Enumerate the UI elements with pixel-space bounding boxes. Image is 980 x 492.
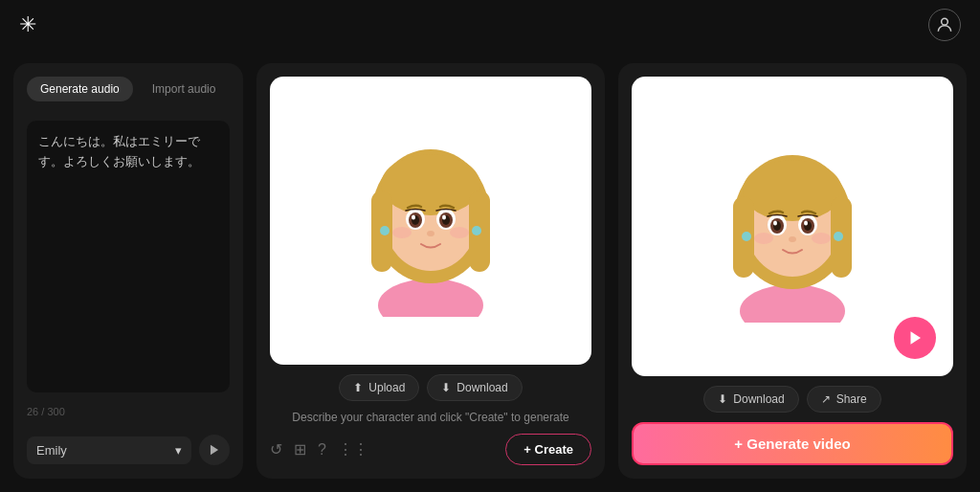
- tool-icons: ↺ ⊞ ? ⋮⋮: [270, 440, 368, 458]
- svg-point-41: [834, 232, 843, 241]
- svg-point-39: [812, 233, 831, 244]
- download-video-icon: ⬇: [718, 392, 727, 406]
- svg-point-36: [804, 220, 808, 225]
- upload-icon: ⬆: [353, 381, 363, 394]
- svg-marker-42: [911, 331, 922, 345]
- tab-generate-audio[interactable]: Generate audio: [27, 77, 133, 101]
- video-action-buttons: ⬇ Download ↗ Share: [703, 386, 880, 413]
- video-avatar: [697, 131, 888, 323]
- svg-point-6: [381, 154, 480, 215]
- share-icon: ↗: [821, 392, 831, 406]
- svg-point-23: [740, 284, 845, 323]
- voice-selector-row: Emily ▾: [27, 435, 230, 465]
- character-avatar: [335, 125, 526, 317]
- share-video-button[interactable]: ↗ Share: [807, 386, 881, 413]
- download-character-button[interactable]: ⬇ Download: [427, 374, 522, 401]
- svg-point-20: [380, 226, 390, 235]
- settings-icon[interactable]: ⋮⋮: [338, 440, 368, 458]
- voice-dropdown[interactable]: Emily ▾: [27, 436, 191, 464]
- svg-point-40: [742, 232, 751, 241]
- tab-import-audio[interactable]: Import audio: [139, 77, 230, 101]
- character-action-buttons: ⬆ Upload ⬇ Download: [339, 374, 522, 401]
- play-audio-button[interactable]: [199, 435, 230, 465]
- download-video-button[interactable]: ⬇ Download: [703, 386, 798, 413]
- create-character-button[interactable]: + Create: [505, 434, 591, 465]
- help-icon[interactable]: ?: [318, 441, 326, 458]
- svg-point-37: [789, 236, 796, 242]
- generate-video-button[interactable]: + Generate video: [632, 422, 953, 465]
- audio-tabs: Generate audio Import audio: [27, 77, 230, 101]
- svg-point-38: [754, 233, 773, 244]
- character-avatar-container: [270, 77, 591, 365]
- character-panel: ⬆ Upload ⬇ Download Describe your charac…: [256, 63, 605, 479]
- svg-point-26: [743, 160, 842, 221]
- upload-character-button[interactable]: ⬆ Upload: [339, 374, 419, 401]
- app-header: ✳: [0, 0, 980, 50]
- svg-point-19: [450, 227, 469, 238]
- svg-point-16: [442, 214, 446, 219]
- chevron-down-icon: ▾: [175, 443, 182, 458]
- video-panel: ⬇ Download ↗ Share + Generate video: [618, 63, 967, 479]
- download-icon: ⬇: [441, 381, 451, 394]
- voice-name: Emily: [36, 443, 67, 458]
- app-logo: ✳: [19, 12, 36, 37]
- main-content: Generate audio Import audio こんにちは。私はエミリー…: [0, 50, 980, 492]
- svg-point-17: [427, 231, 434, 236]
- svg-point-15: [412, 214, 415, 219]
- script-textarea[interactable]: こんにちは。私はエミリーです。よろしくお願いします。: [27, 121, 230, 392]
- user-account-button[interactable]: [928, 9, 961, 41]
- tools-create-row: ↺ ⊞ ? ⋮⋮ + Create: [270, 434, 591, 465]
- audio-panel: Generate audio Import audio こんにちは。私はエミリー…: [13, 63, 243, 479]
- svg-point-0: [942, 18, 948, 25]
- svg-marker-1: [211, 445, 218, 456]
- svg-point-18: [392, 227, 412, 238]
- describe-hint: Describe your character and click "Creat…: [292, 411, 568, 424]
- image-icon[interactable]: ⊞: [294, 440, 306, 458]
- video-play-button[interactable]: [894, 317, 936, 359]
- svg-point-3: [378, 279, 483, 317]
- refresh-icon[interactable]: ↺: [270, 440, 282, 458]
- video-preview-container: [632, 77, 953, 376]
- svg-point-21: [472, 226, 481, 235]
- char-count: 26 / 300: [27, 402, 230, 421]
- svg-point-35: [773, 220, 777, 225]
